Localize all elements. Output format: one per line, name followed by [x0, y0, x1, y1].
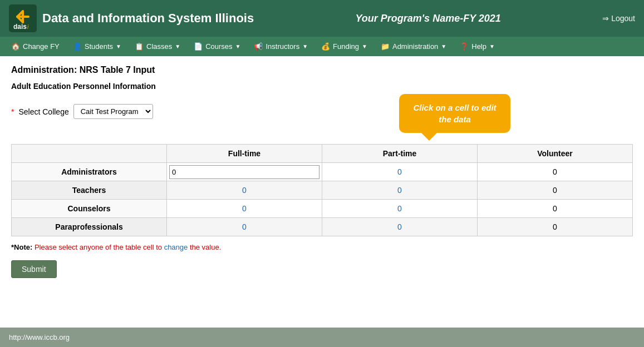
cell-parttime[interactable]: 0 — [322, 218, 478, 236]
main-content: Administration: NRS Table 7 Input Adult … — [0, 56, 644, 298]
table-row: Counselors000 — [12, 200, 633, 218]
nav-label: Funding — [333, 42, 359, 51]
cell-input-fulltime[interactable] — [169, 165, 319, 179]
table-row: Paraprofessionals000 — [12, 218, 633, 236]
dropdown-arrow: ▼ — [175, 43, 180, 49]
funding-icon: 💰 — [321, 42, 330, 51]
required-star: * — [11, 107, 14, 116]
logout-icon: ⇒ — [602, 14, 609, 23]
select-college-area: * Select College Cait Test Program — [11, 104, 153, 119]
data-table: Full-time Part-time Volunteer Administra… — [11, 144, 633, 236]
dropdown-arrow: ▼ — [489, 43, 495, 49]
logout-label: Logout — [611, 14, 635, 23]
nav-label: Instructors — [266, 42, 299, 51]
cell-volunteer[interactable]: 0 — [478, 218, 633, 236]
top-header: dais i Data and Information System Illin… — [0, 0, 644, 37]
students-icon: 👤 — [73, 42, 82, 51]
nav-label: Classes — [146, 42, 172, 51]
page-title: Administration: NRS Table 7 Input — [11, 65, 633, 75]
help-icon: ❓ — [460, 42, 469, 51]
cell-fulltime[interactable] — [167, 163, 322, 181]
instructors-icon: 📢 — [254, 42, 263, 51]
row-label: Administrators — [12, 163, 167, 181]
note-label: *Note: — [11, 243, 32, 251]
row-label: Counselors — [12, 200, 167, 218]
note-value: the value. — [190, 243, 221, 251]
section-title: Adult Education Personnel Information — [11, 82, 633, 91]
col-header-empty — [12, 145, 167, 163]
note-please: Please select anyone of the table cell t… — [35, 243, 164, 251]
header-program: Your Program's Name-FY 2021 — [355, 13, 500, 24]
nav-funding[interactable]: 💰 Funding ▼ — [314, 37, 374, 56]
select-college-label: Select College — [18, 107, 68, 116]
nav-bar: 🏠 Change FY 👤 Students ▼ 📋 Classes ▼ 📄 C… — [0, 37, 644, 56]
nav-students[interactable]: 👤 Students ▼ — [66, 37, 128, 56]
col-header-parttime: Part-time — [322, 145, 478, 163]
cell-fulltime[interactable]: 0 — [167, 181, 322, 200]
header-title: Data and Information System Illinois — [42, 11, 254, 26]
dropdown-arrow: ▼ — [235, 43, 241, 49]
col-header-fulltime: Full-time — [167, 145, 322, 163]
tooltip-bubble: Click on a cell to edit the data — [399, 94, 510, 133]
nav-administration[interactable]: 📁 Administration ▼ — [374, 37, 453, 56]
administration-icon: 📁 — [381, 42, 390, 51]
home-icon: 🏠 — [11, 42, 20, 51]
row-label: Paraprofessionals — [12, 218, 167, 236]
cell-volunteer[interactable]: 0 — [478, 163, 633, 181]
dais-logo: dais i — [9, 4, 37, 32]
logout-button[interactable]: ⇒ Logout — [602, 14, 635, 23]
nav-label: Administration — [392, 42, 438, 51]
college-select[interactable]: Cait Test Program — [73, 104, 153, 119]
nav-label: Courses — [205, 42, 232, 51]
nav-change-fy[interactable]: 🏠 Change FY — [4, 37, 66, 56]
dropdown-arrow: ▼ — [441, 43, 446, 49]
submit-button[interactable]: Submit — [11, 260, 57, 278]
cell-volunteer[interactable]: 0 — [478, 200, 633, 218]
tooltip-text: Click on a cell to edit the data — [413, 103, 496, 124]
classes-icon: 📋 — [135, 42, 144, 51]
note-text: *Note: Please select anyone of the table… — [11, 243, 633, 251]
cell-parttime[interactable]: 0 — [322, 163, 478, 181]
nav-courses[interactable]: 📄 Courses ▼ — [187, 37, 247, 56]
nav-instructors[interactable]: 📢 Instructors ▼ — [247, 37, 314, 56]
cell-parttime[interactable]: 0 — [322, 200, 478, 218]
logo-area: dais i Data and Information System Illin… — [9, 4, 254, 32]
dropdown-arrow: ▼ — [362, 43, 367, 49]
row-label: Teachers — [12, 181, 167, 200]
courses-icon: 📄 — [194, 42, 203, 51]
table-row: Administrators00 — [12, 163, 633, 181]
dropdown-arrow: ▼ — [302, 43, 308, 49]
nav-help[interactable]: ❓ Help ▼ — [453, 37, 502, 56]
col-header-volunteer: Volunteer — [478, 145, 633, 163]
cell-fulltime[interactable]: 0 — [167, 200, 322, 218]
note-change: change — [164, 243, 188, 251]
nav-label: Help — [471, 42, 486, 51]
cell-fulltime[interactable]: 0 — [167, 218, 322, 236]
nav-classes[interactable]: 📋 Classes ▼ — [128, 37, 187, 56]
nav-label: Change FY — [23, 42, 60, 51]
svg-text:dais: dais — [13, 23, 27, 31]
cell-volunteer[interactable]: 0 — [478, 181, 633, 200]
table-row: Teachers000 — [12, 181, 633, 200]
dropdown-arrow: ▼ — [116, 43, 121, 49]
cell-parttime[interactable]: 0 — [322, 181, 478, 200]
nav-label: Students — [85, 42, 113, 51]
